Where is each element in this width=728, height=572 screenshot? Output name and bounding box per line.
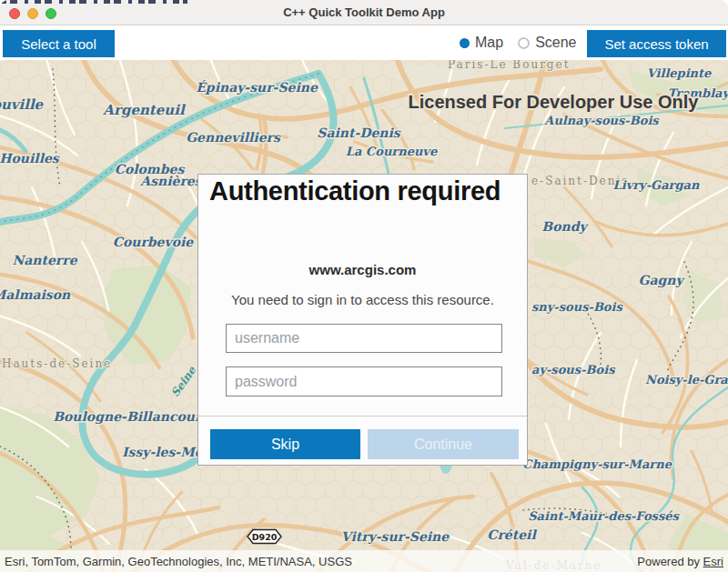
- scene-radio-label[interactable]: Scene: [535, 35, 576, 51]
- map-city-label: La Courneuve: [346, 145, 438, 158]
- title-bar: C++ Quick Toolkit Demo App: [0, 0, 728, 25]
- map-city-label: Asnières: [139, 174, 202, 188]
- map-city-label: Boulogne-Billancourt: [53, 409, 208, 425]
- window-title: C++ Quick Toolkit Demo App: [0, 5, 728, 19]
- road-shield-d920: D920: [248, 530, 281, 544]
- map-city-label: ouville: [0, 96, 45, 113]
- map-city-label: Nanterre: [12, 253, 77, 267]
- username-input[interactable]: [226, 324, 502, 353]
- map-radio-label[interactable]: Map: [475, 35, 503, 51]
- powered-by-prefix: Powered by: [637, 555, 703, 568]
- map-city-label: Noisy-le-Grand: [645, 373, 728, 386]
- map-city-label: Saint-Denis: [317, 125, 401, 140]
- map-city-label: Livry-Gargan: [613, 178, 700, 192]
- map-city-label: Saint-Maur-des-Fossés: [528, 509, 680, 523]
- continue-button[interactable]: Continue: [368, 429, 519, 459]
- map-city-label: Épinay-sur-Seine: [196, 80, 318, 95]
- auth-dialog: Authentication required www.arcgis.com Y…: [197, 174, 528, 466]
- map-city-label: sny-sous-Bois: [531, 300, 623, 314]
- map-city-label: Houilles: [0, 151, 60, 166]
- map-city-label: Gagny: [638, 273, 685, 288]
- map-department-label: Hauts-de-Seine: [2, 357, 112, 370]
- set-access-token-button[interactable]: Set access token: [587, 30, 726, 57]
- view-mode-radios: Map Scene: [460, 25, 579, 60]
- select-tool-button[interactable]: Select a tool: [3, 30, 115, 57]
- road-shield-label: D920: [252, 532, 278, 542]
- dialog-message: You need to sign in to access this resou…: [198, 292, 527, 307]
- map-city-label: Villepinte: [647, 66, 712, 80]
- map-city-label: Gennevilliers: [186, 130, 281, 145]
- screen-artifact: [0, 0, 187, 4]
- map-radio[interactable]: [460, 38, 470, 48]
- password-input[interactable]: [226, 366, 502, 396]
- map-city-label: Aulnay-sous-Bois: [543, 114, 660, 127]
- esri-link[interactable]: Esri: [703, 555, 723, 568]
- map-department-label: Paris-Le Bourget: [448, 60, 570, 71]
- dialog-title: Authentication required: [209, 176, 500, 206]
- developer-watermark: Licensed For Developer Use Only: [409, 92, 700, 112]
- map-city-label: Champigny-sur-Marne: [522, 457, 672, 471]
- dialog-host: www.arcgis.com: [198, 262, 527, 277]
- map-city-label: Malmaison: [0, 287, 71, 302]
- map-city-label: Vitry-sur-Seine: [341, 529, 450, 545]
- map-city-label: Courbevoie: [113, 235, 195, 249]
- map-city-label: ay-sous-Bois: [531, 363, 616, 376]
- map-city-label: Bondy: [541, 219, 589, 235]
- toolbar: Select a tool Map Scene Set access token: [0, 25, 728, 60]
- scene-radio[interactable]: [518, 37, 530, 49]
- attribution-sources: Esri, TomTom, Garmin, GeoTechnologies, I…: [5, 555, 352, 568]
- map-radio-dot: [462, 40, 467, 46]
- powered-by: Powered by Esri: [637, 555, 723, 568]
- skip-button[interactable]: Skip: [210, 429, 360, 459]
- map-city-label: Créteil: [487, 527, 537, 542]
- dialog-footer: Skip Continue: [198, 416, 527, 465]
- app-window: D920 e-Saint-DenisHauts-de-SeineVal-de-M…: [0, 0, 728, 572]
- map-city-label: Argenteuil: [102, 102, 187, 118]
- attribution-bar: Esri, TomTom, Garmin, GeoTechnologies, I…: [0, 550, 728, 572]
